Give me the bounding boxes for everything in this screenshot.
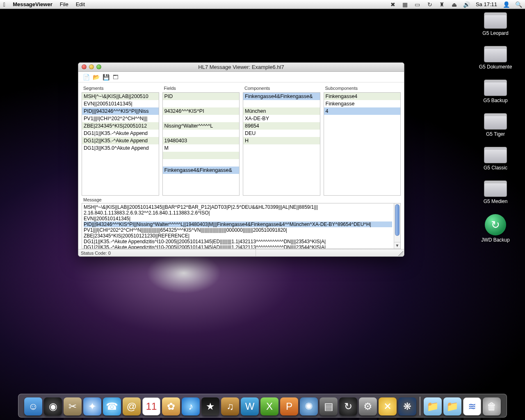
list-item[interactable]: [243, 100, 320, 107]
list-item[interactable]: Nissing^Walter^^^^^L: [163, 122, 240, 130]
resize-handle[interactable]: [398, 251, 403, 256]
subcomponents-list[interactable]: Finkengasse4Finkengasse4: [324, 92, 401, 196]
list-item[interactable]: DEU: [243, 130, 320, 137]
desktop-volume[interactable]: ↻JWD Backup: [471, 214, 520, 243]
dock-garageband[interactable]: ♫: [221, 397, 239, 415]
scroll-thumb[interactable]: [395, 204, 399, 236]
dock-word[interactable]: W: [241, 397, 259, 415]
list-item[interactable]: DG1|3||K35.0^Akute Append: [82, 144, 159, 152]
desktop-volume[interactable]: G5 Classic: [471, 147, 520, 171]
scrollbar[interactable]: ▼: [394, 203, 400, 249]
dock-folder-a[interactable]: 📁: [424, 397, 442, 415]
list-item[interactable]: 89654: [243, 122, 320, 130]
dock-safari[interactable]: ✦: [83, 397, 101, 415]
volume-icon[interactable]: 🔊: [463, 1, 470, 8]
list-item[interactable]: PV1|||I|CHI^202^2^CH^^N|||: [82, 115, 159, 122]
list-item[interactable]: Finkengasse4: [324, 93, 401, 100]
message-line[interactable]: ZBE|234345^KIS|200510121230||REFERENCE|: [84, 233, 392, 239]
dock-ichat[interactable]: ☎: [103, 397, 121, 415]
list-item[interactable]: 943246^^^KIS^PI: [163, 107, 240, 115]
list-item[interactable]: 4: [324, 107, 401, 115]
list-item[interactable]: MSH|^~\&|KIS||LAB||200510: [82, 93, 159, 100]
list-item[interactable]: 19480403: [163, 137, 240, 144]
dock-dashboard[interactable]: ◉: [44, 397, 62, 415]
dock-grab[interactable]: ✂: [64, 397, 82, 415]
apple-menu[interactable]: : [3, 1, 5, 8]
tool-icon[interactable]: 🗔: [112, 73, 119, 81]
list-item[interactable]: ZBE|234345^KIS|20051012: [82, 122, 159, 130]
dock-excel[interactable]: X: [260, 397, 278, 415]
dock-ical[interactable]: 11: [142, 397, 160, 415]
dock-iphoto[interactable]: ✿: [162, 397, 180, 415]
menu-file[interactable]: File: [60, 1, 68, 7]
dock-app-d[interactable]: ❋: [398, 397, 416, 415]
list-item[interactable]: Finkengasse4&Finkengasse&: [163, 167, 240, 174]
components-list[interactable]: Finkengasse4&Finkengasse&MünchenXA-DE-BY…: [243, 92, 320, 196]
dock-powerpoint[interactable]: P: [280, 397, 298, 415]
list-item[interactable]: PID: [163, 93, 240, 100]
dock-timemachine[interactable]: ↻: [339, 397, 357, 415]
message-line[interactable]: EVN||200510141345|: [84, 216, 392, 221]
list-item[interactable]: [163, 130, 240, 137]
new-icon[interactable]: 📄: [82, 73, 90, 81]
desktop-volume[interactable]: G5 Dokumente: [471, 46, 520, 70]
menuextra-icon[interactable]: ▦: [402, 1, 409, 8]
dock-mail[interactable]: @: [123, 397, 141, 415]
list-item[interactable]: Finkengasse: [324, 100, 401, 107]
save-icon[interactable]: 💾: [102, 73, 110, 81]
list-item[interactable]: [163, 115, 240, 122]
fields-list[interactable]: PID943246^^^KIS^PINissing^Walter^^^^^L19…: [162, 92, 240, 196]
dock-itunes[interactable]: ♪: [182, 397, 200, 415]
timemachine-icon[interactable]: ↻: [427, 1, 433, 8]
list-item[interactable]: EVN||200510141345|: [82, 100, 159, 107]
list-item[interactable]: XA-DE-BY: [243, 115, 320, 122]
close-button[interactable]: [82, 64, 87, 69]
menuextra-icon[interactable]: ✖: [390, 1, 396, 8]
message-line[interactable]: MSH|^~\&|KIS||LAB||200510141345||BAR^P12…: [84, 204, 392, 210]
desktop-volume[interactable]: G5 Medien: [471, 180, 520, 204]
list-item[interactable]: [163, 159, 240, 167]
message-textarea[interactable]: MSH|^~\&|KIS||LAB||200510141345||BAR^P12…: [82, 203, 401, 249]
message-line[interactable]: 2.16.840.1.113883.2.6.9.32^^2.16.840.1.1…: [84, 210, 392, 216]
menu-edit[interactable]: Edit: [76, 1, 85, 7]
spotlight-icon[interactable]: 🔍: [515, 1, 522, 8]
app-menu[interactable]: MessageViewer: [13, 1, 52, 7]
message-line[interactable]: PV1|||I|CHI^202^2^CH^^N|||||||||||||||65…: [84, 227, 392, 233]
message-line[interactable]: DG1|2||K35.-^Akute Appendizitis^I10-2005…: [84, 244, 392, 249]
message-line[interactable]: DG1|1||K35.-^Akute Appendizitis^I10-2005…: [84, 239, 392, 244]
dock-trash[interactable]: 🗑: [483, 397, 501, 415]
desktop-volume[interactable]: G5 Tiger: [471, 113, 520, 137]
displays-icon[interactable]: ▭: [414, 1, 421, 8]
list-item[interactable]: PID|||943246^^^KIS^PI||Niss: [82, 107, 159, 115]
dock-folder-b[interactable]: 📁: [443, 397, 461, 415]
dock-app-c[interactable]: ✕: [379, 397, 397, 415]
list-item[interactable]: DG1|1||K35.-^Akute Append: [82, 130, 159, 137]
titlebar[interactable]: HL7 Message Viewer: Example6.hl7: [78, 63, 404, 72]
minimize-button[interactable]: [89, 64, 94, 69]
list-item[interactable]: DG1|2||K35.-^Akute Append: [82, 137, 159, 144]
dock-imovie[interactable]: ★: [201, 397, 219, 415]
desktop-volume[interactable]: G5 Leopard: [471, 12, 520, 36]
list-item[interactable]: [163, 152, 240, 159]
list-item[interactable]: München: [243, 107, 320, 115]
dock-finder[interactable]: ☺: [24, 397, 42, 415]
dock-doc[interactable]: ≋: [463, 397, 481, 415]
segments-list[interactable]: MSH|^~\&|KIS||LAB||200510EVN||2005101413…: [82, 92, 159, 196]
list-item[interactable]: [163, 100, 240, 107]
zoom-button[interactable]: [96, 64, 101, 69]
components-label: Components: [243, 85, 320, 92]
list-item[interactable]: H: [243, 137, 320, 144]
user-icon[interactable]: 👤: [503, 1, 509, 8]
menubar-clock[interactable]: Sa 17:11: [476, 1, 497, 7]
desktop-volume[interactable]: G5 Backup: [471, 80, 520, 103]
dock-app-b[interactable]: ▤: [320, 397, 338, 415]
message-line[interactable]: PID|||943246^^^KIS^PI||Nissing^Walter^^^…: [84, 221, 392, 227]
scroll-down-icon[interactable]: ▼: [394, 242, 400, 249]
list-item[interactable]: M: [163, 144, 240, 152]
dock-app-a[interactable]: ✺: [300, 397, 318, 415]
dock-sysprefs[interactable]: ⚙: [359, 397, 377, 415]
menuextra-icon[interactable]: ♜: [439, 1, 445, 8]
list-item[interactable]: Finkengasse4&Finkengasse&: [243, 93, 320, 100]
open-icon[interactable]: 📂: [92, 73, 100, 81]
eject-icon[interactable]: ⏏: [451, 1, 458, 8]
